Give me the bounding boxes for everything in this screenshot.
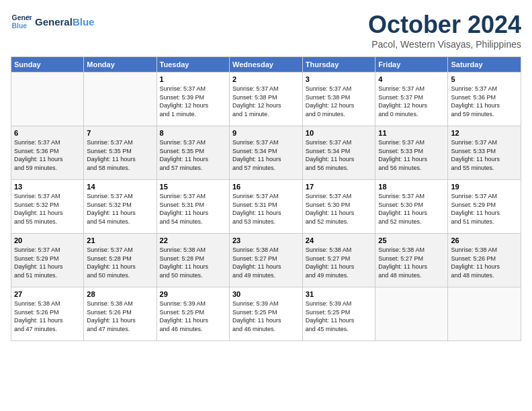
- calendar-cell: 10Sunrise: 5:37 AMSunset: 5:34 PMDayligh…: [302, 126, 375, 180]
- day-number: 21: [87, 236, 153, 244]
- calendar-cell: 30Sunrise: 5:39 AMSunset: 5:25 PMDayligh…: [229, 287, 302, 341]
- day-info: Sunrise: 5:37 AMSunset: 5:33 PMDaylight:…: [451, 138, 518, 172]
- day-info: Sunrise: 5:39 AMSunset: 5:25 PMDaylight:…: [232, 300, 300, 333]
- calendar-week-2: 6Sunrise: 5:37 AMSunset: 5:36 PMDaylight…: [11, 126, 521, 180]
- day-info: Sunrise: 5:37 AMSunset: 5:30 PMDaylight:…: [306, 192, 373, 226]
- day-number: 22: [160, 236, 226, 244]
- day-number: 26: [451, 236, 518, 244]
- day-info: Sunrise: 5:38 AMSunset: 5:26 PMDaylight:…: [87, 300, 153, 333]
- calendar-cell: [11, 73, 84, 126]
- day-number: 12: [451, 129, 518, 137]
- header-day-monday: Monday: [84, 57, 157, 73]
- day-info: Sunrise: 5:37 AMSunset: 5:31 PMDaylight:…: [232, 192, 300, 226]
- calendar-header-row: SundayMondayTuesdayWednesdayThursdayFrid…: [11, 57, 521, 73]
- calendar-cell: 19Sunrise: 5:37 AMSunset: 5:29 PMDayligh…: [448, 180, 521, 234]
- calendar-cell: 6Sunrise: 5:37 AMSunset: 5:36 PMDaylight…: [11, 126, 84, 180]
- calendar-cell: 5Sunrise: 5:37 AMSunset: 5:36 PMDaylight…: [448, 73, 521, 126]
- day-info: Sunrise: 5:37 AMSunset: 5:36 PMDaylight:…: [451, 85, 518, 118]
- day-info: Sunrise: 5:37 AMSunset: 5:32 PMDaylight:…: [87, 192, 153, 226]
- header-day-sunday: Sunday: [11, 57, 84, 73]
- logo-text: GeneralBlue: [35, 16, 94, 28]
- day-number: 27: [14, 290, 81, 298]
- calendar-cell: 12Sunrise: 5:37 AMSunset: 5:33 PMDayligh…: [448, 126, 521, 180]
- day-info: Sunrise: 5:37 AMSunset: 5:29 PMDaylight:…: [451, 192, 518, 226]
- calendar-cell: 21Sunrise: 5:37 AMSunset: 5:28 PMDayligh…: [84, 234, 157, 287]
- calendar-cell: [84, 73, 157, 126]
- day-number: 7: [87, 129, 153, 137]
- day-info: Sunrise: 5:37 AMSunset: 5:38 PMDaylight:…: [232, 85, 300, 118]
- calendar: SundayMondayTuesdayWednesdayThursdayFrid…: [11, 56, 521, 341]
- day-info: Sunrise: 5:37 AMSunset: 5:35 PMDaylight:…: [160, 138, 226, 172]
- day-number: 10: [306, 129, 373, 137]
- day-number: 24: [306, 236, 373, 244]
- calendar-cell: [375, 287, 448, 341]
- calendar-cell: 15Sunrise: 5:37 AMSunset: 5:31 PMDayligh…: [157, 180, 229, 234]
- day-number: 13: [14, 183, 81, 191]
- calendar-cell: 14Sunrise: 5:37 AMSunset: 5:32 PMDayligh…: [84, 180, 157, 234]
- day-number: 18: [378, 183, 445, 191]
- day-number: 5: [451, 75, 518, 83]
- day-info: Sunrise: 5:37 AMSunset: 5:32 PMDaylight:…: [14, 192, 81, 226]
- day-info: Sunrise: 5:38 AMSunset: 5:27 PMDaylight:…: [378, 246, 445, 279]
- calendar-cell: 29Sunrise: 5:39 AMSunset: 5:25 PMDayligh…: [157, 287, 229, 341]
- calendar-cell: 27Sunrise: 5:38 AMSunset: 5:26 PMDayligh…: [11, 287, 84, 341]
- logo-icon: General Blue: [11, 11, 32, 32]
- day-number: 19: [451, 183, 518, 191]
- calendar-cell: 18Sunrise: 5:37 AMSunset: 5:30 PMDayligh…: [375, 180, 448, 234]
- day-number: 29: [160, 290, 226, 298]
- calendar-cell: 4Sunrise: 5:37 AMSunset: 5:37 PMDaylight…: [375, 73, 448, 126]
- header-day-wednesday: Wednesday: [229, 57, 302, 73]
- calendar-cell: 28Sunrise: 5:38 AMSunset: 5:26 PMDayligh…: [84, 287, 157, 341]
- day-info: Sunrise: 5:37 AMSunset: 5:38 PMDaylight:…: [306, 85, 373, 118]
- day-info: Sunrise: 5:39 AMSunset: 5:25 PMDaylight:…: [160, 300, 226, 333]
- calendar-cell: 24Sunrise: 5:38 AMSunset: 5:27 PMDayligh…: [302, 234, 375, 287]
- day-number: 11: [378, 129, 445, 137]
- day-number: 6: [14, 129, 81, 137]
- day-number: 20: [14, 236, 81, 244]
- calendar-cell: 22Sunrise: 5:38 AMSunset: 5:28 PMDayligh…: [157, 234, 229, 287]
- day-number: 17: [306, 183, 373, 191]
- location: Pacol, Western Visayas, Philippines: [368, 39, 521, 50]
- day-info: Sunrise: 5:37 AMSunset: 5:37 PMDaylight:…: [378, 85, 445, 118]
- day-number: 4: [378, 75, 445, 83]
- calendar-cell: 17Sunrise: 5:37 AMSunset: 5:30 PMDayligh…: [302, 180, 375, 234]
- day-info: Sunrise: 5:37 AMSunset: 5:34 PMDaylight:…: [232, 138, 300, 172]
- day-info: Sunrise: 5:37 AMSunset: 5:30 PMDaylight:…: [378, 192, 445, 226]
- header-day-saturday: Saturday: [448, 57, 521, 73]
- day-info: Sunrise: 5:37 AMSunset: 5:39 PMDaylight:…: [160, 85, 226, 118]
- header-day-tuesday: Tuesday: [157, 57, 229, 73]
- day-number: 8: [160, 129, 226, 137]
- day-number: 16: [232, 183, 300, 191]
- day-number: 15: [160, 183, 226, 191]
- calendar-week-4: 20Sunrise: 5:37 AMSunset: 5:29 PMDayligh…: [11, 234, 521, 287]
- calendar-week-1: 1Sunrise: 5:37 AMSunset: 5:39 PMDaylight…: [11, 73, 521, 126]
- day-number: 3: [306, 75, 373, 83]
- day-number: 9: [232, 129, 300, 137]
- title-area: October 2024 Pacol, Western Visayas, Phi…: [368, 11, 521, 50]
- day-number: 31: [306, 290, 373, 298]
- day-number: 28: [87, 290, 153, 298]
- header-day-friday: Friday: [375, 57, 448, 73]
- day-info: Sunrise: 5:38 AMSunset: 5:26 PMDaylight:…: [14, 300, 81, 333]
- calendar-cell: 2Sunrise: 5:37 AMSunset: 5:38 PMDaylight…: [229, 73, 302, 126]
- day-number: 14: [87, 183, 153, 191]
- calendar-cell: 8Sunrise: 5:37 AMSunset: 5:35 PMDaylight…: [157, 126, 229, 180]
- page-header: General Blue GeneralBlue October 2024 Pa…: [11, 11, 521, 50]
- calendar-cell: 26Sunrise: 5:38 AMSunset: 5:26 PMDayligh…: [448, 234, 521, 287]
- day-info: Sunrise: 5:37 AMSunset: 5:28 PMDaylight:…: [87, 246, 153, 279]
- day-info: Sunrise: 5:38 AMSunset: 5:27 PMDaylight:…: [306, 246, 373, 279]
- calendar-cell: 11Sunrise: 5:37 AMSunset: 5:33 PMDayligh…: [375, 126, 448, 180]
- day-info: Sunrise: 5:37 AMSunset: 5:36 PMDaylight:…: [14, 138, 81, 172]
- day-number: 23: [232, 236, 300, 244]
- calendar-cell: 16Sunrise: 5:37 AMSunset: 5:31 PMDayligh…: [229, 180, 302, 234]
- day-info: Sunrise: 5:37 AMSunset: 5:35 PMDaylight:…: [87, 138, 153, 172]
- calendar-cell: 1Sunrise: 5:37 AMSunset: 5:39 PMDaylight…: [157, 73, 229, 126]
- day-number: 30: [232, 290, 300, 298]
- day-number: 2: [232, 75, 300, 83]
- calendar-week-5: 27Sunrise: 5:38 AMSunset: 5:26 PMDayligh…: [11, 287, 521, 341]
- day-info: Sunrise: 5:37 AMSunset: 5:31 PMDaylight:…: [160, 192, 226, 226]
- calendar-cell: 13Sunrise: 5:37 AMSunset: 5:32 PMDayligh…: [11, 180, 84, 234]
- day-info: Sunrise: 5:37 AMSunset: 5:34 PMDaylight:…: [306, 138, 373, 172]
- day-info: Sunrise: 5:38 AMSunset: 5:26 PMDaylight:…: [451, 246, 518, 279]
- calendar-cell: 7Sunrise: 5:37 AMSunset: 5:35 PMDaylight…: [84, 126, 157, 180]
